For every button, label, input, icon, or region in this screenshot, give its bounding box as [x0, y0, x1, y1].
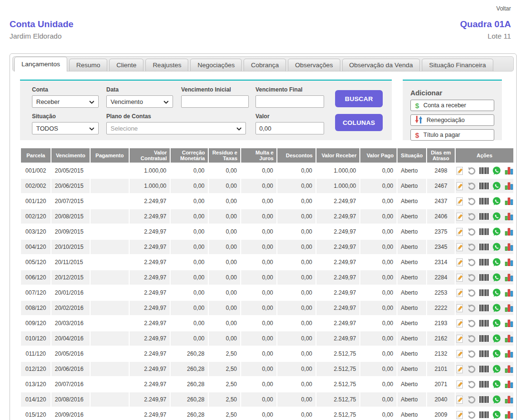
edit-icon[interactable]	[456, 319, 464, 328]
conta-select[interactable]: Receber	[32, 95, 99, 108]
chart-icon[interactable]	[505, 228, 513, 236]
add-renegociacao-button[interactable]: Renegociação	[410, 114, 494, 126]
barcode-icon[interactable]	[479, 411, 489, 418]
edit-icon[interactable]	[456, 350, 464, 358]
tab-observação-da-venda[interactable]: Observação da Venda	[342, 59, 420, 71]
undo-icon[interactable]	[468, 228, 476, 236]
barcode-icon[interactable]	[479, 259, 489, 266]
vencimento-inicial-input[interactable]	[181, 95, 249, 108]
tab-reajustes[interactable]: Reajustes	[145, 59, 188, 71]
whatsapp-icon[interactable]	[492, 349, 501, 358]
edit-icon[interactable]	[456, 289, 464, 297]
whatsapp-icon[interactable]	[492, 227, 501, 236]
barcode-icon[interactable]	[479, 381, 489, 388]
edit-icon[interactable]	[456, 228, 464, 236]
chart-icon[interactable]	[505, 167, 513, 174]
whatsapp-icon[interactable]	[492, 197, 501, 205]
chart-icon[interactable]	[505, 335, 513, 342]
edit-icon[interactable]	[456, 411, 464, 419]
tab-observações[interactable]: Observações	[288, 59, 340, 71]
chart-icon[interactable]	[505, 213, 513, 220]
undo-icon[interactable]	[468, 213, 476, 221]
undo-icon[interactable]	[468, 365, 476, 373]
undo-icon[interactable]	[468, 167, 476, 175]
tab-cliente[interactable]: Cliente	[109, 59, 143, 71]
undo-icon[interactable]	[468, 274, 476, 282]
whatsapp-icon[interactable]	[492, 243, 501, 251]
barcode-icon[interactable]	[479, 244, 489, 250]
whatsapp-icon[interactable]	[492, 319, 501, 328]
back-link[interactable]: Voltar	[496, 5, 511, 12]
edit-icon[interactable]	[456, 274, 464, 282]
colunas-button[interactable]: COLUNAS	[335, 114, 383, 131]
barcode-icon[interactable]	[479, 183, 489, 189]
whatsapp-icon[interactable]	[492, 380, 501, 389]
whatsapp-icon[interactable]	[492, 182, 501, 190]
barcode-icon[interactable]	[479, 274, 489, 281]
whatsapp-icon[interactable]	[492, 258, 501, 266]
chart-icon[interactable]	[505, 304, 513, 312]
data-select[interactable]: Vencimento	[106, 95, 173, 108]
edit-icon[interactable]	[456, 243, 464, 251]
barcode-icon[interactable]	[479, 213, 489, 220]
buscar-button[interactable]: BUSCAR	[335, 90, 383, 107]
whatsapp-icon[interactable]	[492, 288, 501, 297]
whatsapp-icon[interactable]	[492, 334, 501, 343]
chart-icon[interactable]	[505, 258, 513, 266]
barcode-icon[interactable]	[479, 289, 489, 296]
chart-icon[interactable]	[505, 182, 513, 190]
edit-icon[interactable]	[456, 213, 464, 221]
undo-icon[interactable]	[468, 243, 476, 251]
barcode-icon[interactable]	[479, 167, 489, 174]
undo-icon[interactable]	[468, 319, 476, 328]
undo-icon[interactable]	[468, 182, 476, 190]
chart-icon[interactable]	[505, 243, 513, 251]
whatsapp-icon[interactable]	[492, 212, 501, 221]
edit-icon[interactable]	[456, 304, 464, 312]
edit-icon[interactable]	[456, 335, 464, 343]
edit-icon[interactable]	[456, 197, 464, 205]
undo-icon[interactable]	[468, 197, 476, 205]
add-titulo-a-pagar-button[interactable]: $ Título a pagar	[410, 129, 494, 141]
whatsapp-icon[interactable]	[492, 304, 501, 312]
undo-icon[interactable]	[468, 380, 476, 389]
whatsapp-icon[interactable]	[492, 365, 501, 373]
chart-icon[interactable]	[505, 274, 513, 281]
tab-resumo[interactable]: Resumo	[69, 59, 107, 71]
chart-icon[interactable]	[505, 197, 513, 205]
edit-icon[interactable]	[456, 182, 464, 190]
undo-icon[interactable]	[468, 396, 476, 404]
barcode-icon[interactable]	[479, 366, 489, 372]
edit-icon[interactable]	[456, 380, 464, 389]
tab-situação-financeira[interactable]: Situação Financeira	[422, 59, 493, 71]
barcode-icon[interactable]	[479, 335, 489, 342]
tab-lançamentos[interactable]: Lançamentos	[14, 57, 67, 72]
plano-de-contas-select[interactable]: Selecione	[106, 122, 246, 134]
barcode-icon[interactable]	[479, 228, 489, 235]
valor-input[interactable]	[255, 122, 324, 134]
vencimento-final-input[interactable]	[255, 95, 324, 108]
whatsapp-icon[interactable]	[492, 273, 501, 282]
undo-icon[interactable]	[468, 304, 476, 312]
add-conta-a-receber-button[interactable]: $ Conta a receber	[410, 100, 494, 111]
edit-icon[interactable]	[456, 258, 464, 266]
barcode-icon[interactable]	[479, 350, 489, 357]
chart-icon[interactable]	[505, 319, 513, 327]
tab-negociações[interactable]: Negociações	[190, 59, 242, 71]
barcode-icon[interactable]	[479, 198, 489, 205]
chart-icon[interactable]	[505, 411, 513, 419]
whatsapp-icon[interactable]	[492, 166, 501, 175]
undo-icon[interactable]	[468, 335, 476, 343]
chart-icon[interactable]	[505, 380, 513, 388]
edit-icon[interactable]	[456, 396, 464, 404]
whatsapp-icon[interactable]	[492, 410, 501, 419]
situacao-select[interactable]: TODOS	[32, 122, 99, 134]
undo-icon[interactable]	[468, 350, 476, 358]
barcode-icon[interactable]	[479, 305, 489, 311]
undo-icon[interactable]	[468, 411, 476, 419]
chart-icon[interactable]	[505, 396, 513, 403]
undo-icon[interactable]	[468, 258, 476, 266]
chart-icon[interactable]	[505, 365, 513, 373]
edit-icon[interactable]	[456, 365, 464, 373]
chart-icon[interactable]	[505, 350, 513, 358]
